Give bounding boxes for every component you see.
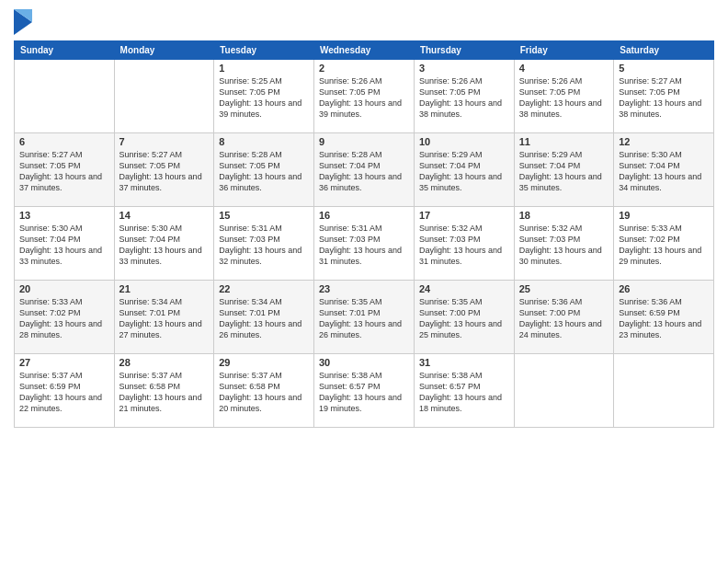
calendar-week-row: 6Sunrise: 5:27 AM Sunset: 7:05 PM Daylig… [15, 133, 714, 207]
calendar-day-cell: 7Sunrise: 5:27 AM Sunset: 7:05 PM Daylig… [114, 133, 214, 207]
day-detail: Sunrise: 5:33 AM Sunset: 7:02 PM Dayligh… [619, 224, 701, 266]
calendar-day-cell: 18Sunrise: 5:32 AM Sunset: 7:03 PM Dayli… [514, 207, 614, 281]
calendar-day-cell [114, 60, 214, 133]
logo-icon [14, 9, 32, 35]
day-number: 27 [19, 357, 109, 368]
day-detail: Sunrise: 5:27 AM Sunset: 7:05 PM Dayligh… [19, 150, 102, 192]
calendar-day-cell: 1Sunrise: 5:25 AM Sunset: 7:05 PM Daylig… [214, 60, 314, 133]
day-number: 1 [219, 63, 309, 74]
day-number: 12 [619, 136, 709, 147]
day-number: 31 [419, 357, 509, 368]
day-detail: Sunrise: 5:30 AM Sunset: 7:04 PM Dayligh… [119, 224, 202, 266]
calendar-day-cell: 16Sunrise: 5:31 AM Sunset: 7:03 PM Dayli… [313, 207, 414, 281]
day-detail: Sunrise: 5:34 AM Sunset: 7:01 PM Dayligh… [219, 297, 301, 339]
calendar-day-cell: 17Sunrise: 5:32 AM Sunset: 7:03 PM Dayli… [414, 207, 514, 281]
calendar-day-cell: 28Sunrise: 5:37 AM Sunset: 6:58 PM Dayli… [114, 354, 214, 428]
calendar-day-cell: 5Sunrise: 5:27 AM Sunset: 7:05 PM Daylig… [614, 60, 714, 133]
day-number: 17 [419, 210, 509, 221]
day-detail: Sunrise: 5:27 AM Sunset: 7:05 PM Dayligh… [619, 76, 701, 119]
calendar-day-cell: 31Sunrise: 5:38 AM Sunset: 6:57 PM Dayli… [414, 354, 514, 428]
day-number: 16 [319, 210, 409, 221]
calendar-day-cell: 24Sunrise: 5:35 AM Sunset: 7:00 PM Dayli… [414, 281, 514, 354]
day-detail: Sunrise: 5:31 AM Sunset: 7:03 PM Dayligh… [219, 224, 301, 266]
calendar-day-cell: 22Sunrise: 5:34 AM Sunset: 7:01 PM Dayli… [214, 281, 314, 354]
calendar-day-header: Friday [514, 41, 614, 60]
day-number: 13 [19, 210, 109, 221]
day-number: 22 [219, 283, 309, 294]
day-detail: Sunrise: 5:34 AM Sunset: 7:01 PM Dayligh… [119, 297, 202, 339]
calendar-week-row: 13Sunrise: 5:30 AM Sunset: 7:04 PM Dayli… [15, 207, 714, 281]
calendar-table: SundayMondayTuesdayWednesdayThursdayFrid… [14, 40, 714, 428]
calendar-day-header: Tuesday [214, 41, 314, 60]
day-number: 15 [219, 210, 309, 221]
day-number: 7 [119, 136, 210, 147]
day-number: 24 [419, 283, 509, 294]
day-detail: Sunrise: 5:30 AM Sunset: 7:04 PM Dayligh… [619, 150, 701, 192]
day-number: 30 [319, 357, 409, 368]
calendar-day-header: Monday [114, 41, 214, 60]
calendar-day-cell [15, 60, 115, 133]
day-detail: Sunrise: 5:35 AM Sunset: 7:00 PM Dayligh… [419, 297, 502, 339]
day-number: 10 [419, 136, 509, 147]
calendar-day-header: Thursday [414, 41, 514, 60]
calendar-week-row: 1Sunrise: 5:25 AM Sunset: 7:05 PM Daylig… [15, 60, 714, 133]
calendar-day-header: Sunday [15, 41, 115, 60]
calendar-day-cell: 9Sunrise: 5:28 AM Sunset: 7:04 PM Daylig… [313, 133, 414, 207]
calendar-day-header: Wednesday [313, 41, 414, 60]
calendar-day-header: Saturday [614, 41, 714, 60]
calendar-day-cell: 6Sunrise: 5:27 AM Sunset: 7:05 PM Daylig… [15, 133, 115, 207]
day-detail: Sunrise: 5:31 AM Sunset: 7:03 PM Dayligh… [319, 224, 402, 266]
day-detail: Sunrise: 5:37 AM Sunset: 6:58 PM Dayligh… [119, 371, 202, 413]
calendar-day-cell: 14Sunrise: 5:30 AM Sunset: 7:04 PM Dayli… [114, 207, 214, 281]
day-number: 21 [119, 283, 210, 294]
calendar-week-row: 20Sunrise: 5:33 AM Sunset: 7:02 PM Dayli… [15, 281, 714, 354]
day-detail: Sunrise: 5:26 AM Sunset: 7:05 PM Dayligh… [419, 76, 502, 119]
day-detail: Sunrise: 5:27 AM Sunset: 7:05 PM Dayligh… [119, 150, 202, 192]
day-detail: Sunrise: 5:26 AM Sunset: 7:05 PM Dayligh… [319, 76, 402, 119]
day-number: 28 [119, 357, 210, 368]
day-detail: Sunrise: 5:25 AM Sunset: 7:05 PM Dayligh… [219, 76, 301, 119]
calendar-day-cell: 10Sunrise: 5:29 AM Sunset: 7:04 PM Dayli… [414, 133, 514, 207]
calendar-day-cell: 12Sunrise: 5:30 AM Sunset: 7:04 PM Dayli… [614, 133, 714, 207]
day-detail: Sunrise: 5:38 AM Sunset: 6:57 PM Dayligh… [419, 371, 502, 413]
day-detail: Sunrise: 5:29 AM Sunset: 7:04 PM Dayligh… [419, 150, 502, 192]
day-detail: Sunrise: 5:32 AM Sunset: 7:03 PM Dayligh… [519, 224, 602, 266]
day-number: 11 [519, 136, 609, 147]
calendar-day-cell: 4Sunrise: 5:26 AM Sunset: 7:05 PM Daylig… [514, 60, 614, 133]
day-number: 2 [319, 63, 409, 74]
day-detail: Sunrise: 5:32 AM Sunset: 7:03 PM Dayligh… [419, 224, 502, 266]
day-detail: Sunrise: 5:28 AM Sunset: 7:04 PM Dayligh… [319, 150, 402, 192]
calendar-day-cell: 21Sunrise: 5:34 AM Sunset: 7:01 PM Dayli… [114, 281, 214, 354]
calendar-day-cell: 25Sunrise: 5:36 AM Sunset: 7:00 PM Dayli… [514, 281, 614, 354]
day-number: 5 [619, 63, 709, 74]
calendar-day-cell: 26Sunrise: 5:36 AM Sunset: 6:59 PM Dayli… [614, 281, 714, 354]
calendar-day-cell: 27Sunrise: 5:37 AM Sunset: 6:59 PM Dayli… [15, 354, 115, 428]
calendar-day-cell: 11Sunrise: 5:29 AM Sunset: 7:04 PM Dayli… [514, 133, 614, 207]
day-detail: Sunrise: 5:30 AM Sunset: 7:04 PM Dayligh… [19, 224, 102, 266]
page-header [14, 9, 714, 35]
day-detail: Sunrise: 5:38 AM Sunset: 6:57 PM Dayligh… [319, 371, 402, 413]
calendar-day-cell: 8Sunrise: 5:28 AM Sunset: 7:05 PM Daylig… [214, 133, 314, 207]
calendar-day-cell [614, 354, 714, 428]
day-detail: Sunrise: 5:35 AM Sunset: 7:01 PM Dayligh… [319, 297, 402, 339]
day-number: 3 [419, 63, 509, 74]
calendar-day-cell: 2Sunrise: 5:26 AM Sunset: 7:05 PM Daylig… [313, 60, 414, 133]
day-detail: Sunrise: 5:26 AM Sunset: 7:05 PM Dayligh… [519, 76, 602, 119]
day-detail: Sunrise: 5:37 AM Sunset: 6:59 PM Dayligh… [19, 371, 102, 413]
day-number: 19 [619, 210, 709, 221]
calendar-day-cell [514, 354, 614, 428]
day-number: 25 [519, 283, 609, 294]
day-number: 26 [619, 283, 709, 294]
day-number: 29 [219, 357, 309, 368]
calendar-day-cell: 29Sunrise: 5:37 AM Sunset: 6:58 PM Dayli… [214, 354, 314, 428]
day-number: 9 [319, 136, 409, 147]
day-number: 8 [219, 136, 309, 147]
day-detail: Sunrise: 5:36 AM Sunset: 7:00 PM Dayligh… [519, 297, 602, 339]
calendar-week-row: 27Sunrise: 5:37 AM Sunset: 6:59 PM Dayli… [15, 354, 714, 428]
calendar-day-cell: 20Sunrise: 5:33 AM Sunset: 7:02 PM Dayli… [15, 281, 115, 354]
day-number: 20 [19, 283, 109, 294]
day-detail: Sunrise: 5:33 AM Sunset: 7:02 PM Dayligh… [19, 297, 102, 339]
calendar-day-cell: 23Sunrise: 5:35 AM Sunset: 7:01 PM Dayli… [313, 281, 414, 354]
calendar-day-cell: 3Sunrise: 5:26 AM Sunset: 7:05 PM Daylig… [414, 60, 514, 133]
day-number: 23 [319, 283, 409, 294]
